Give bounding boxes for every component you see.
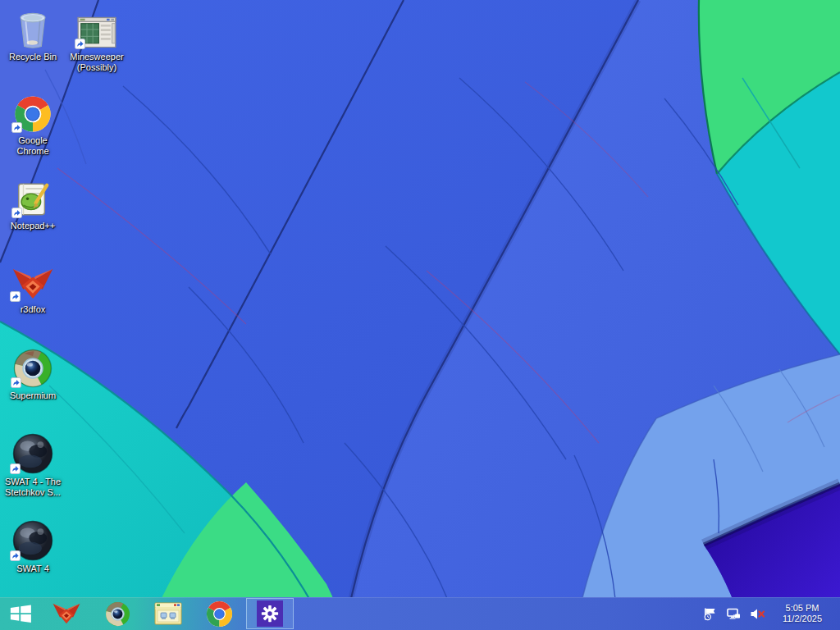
windows-logo-icon [8,602,33,625]
recycle-bin-icon [16,11,49,49]
desktop-icon-r3dfox[interactable]: r3dfox [2,258,64,315]
r3dfox-icon [52,601,80,626]
volume-muted-icon[interactable] [750,606,766,621]
shortcut-arrow-icon [11,377,21,388]
desktop-icon-label: SWAT 4 - The Stetchkov S... [2,477,63,498]
desktop: Recycle Bin Minesweepe [0,0,840,630]
network-wired-icon[interactable] [726,606,742,621]
desktop-icon-label: r3dfox [21,304,46,315]
taskbar-pinned-google-chrome[interactable] [194,597,244,630]
shortcut-arrow-icon [10,291,21,302]
taskbar-pinned-file-explorer[interactable] [143,597,194,630]
desktop-icon-label: Minesweeper (Possibly) [64,52,130,73]
wallpaper-image [0,0,840,630]
taskbar-pinned-supermium[interactable] [92,597,143,630]
desktop-icon-minesweeper[interactable]: Minesweeper (Possibly) [62,5,131,73]
shortcut-arrow-icon [11,208,22,218]
shortcut-arrow-icon [11,122,22,133]
supermium-icon [105,601,130,627]
taskbar-settings-button[interactable] [246,598,294,629]
settings-tile [257,600,283,627]
desktop-icon-label: SWAT 4 [16,564,49,574]
shortcut-arrow-icon [10,463,21,474]
desktop-icon-google-chrome[interactable]: Google Chrome [2,89,64,157]
shortcut-arrow-icon [10,550,21,561]
desktop-icon-swat4[interactable]: SWAT 4 [2,517,64,574]
taskbar-pinned-r3dfox[interactable] [41,597,92,630]
folder-window-icon [154,602,182,625]
desktop-icon-notepad-plus-plus[interactable]: Notepad++ [2,174,64,231]
desktop-icon-recycle-bin[interactable]: Recycle Bin [2,5,64,62]
clock-time: 5:05 PM [776,603,829,614]
desktop-icon-swat4-stetchkov[interactable]: SWAT 4 - The Stetchkov S... [2,430,64,498]
desktop-icon-label: Supermium [10,390,56,401]
desktop-icon-supermium[interactable]: Supermium [2,344,64,401]
start-button[interactable] [0,597,41,630]
desktop-icon-label: Recycle Bin [9,52,57,62]
taskbar: 5:05 PM 11/2/2025 [0,597,840,630]
desktop-icon-label: Google Chrome [12,135,53,157]
chrome-icon [206,600,233,628]
taskbar-clock[interactable]: 5:05 PM 11/2/2025 [776,603,829,624]
action-center-flag-icon[interactable] [702,606,719,621]
gear-icon [260,604,280,623]
desktop-icon-label: Notepad++ [11,221,55,231]
clock-date: 11/2/2025 [776,614,829,624]
system-tray: 5:05 PM 11/2/2025 [702,597,840,630]
shortcut-arrow-icon [75,39,85,49]
